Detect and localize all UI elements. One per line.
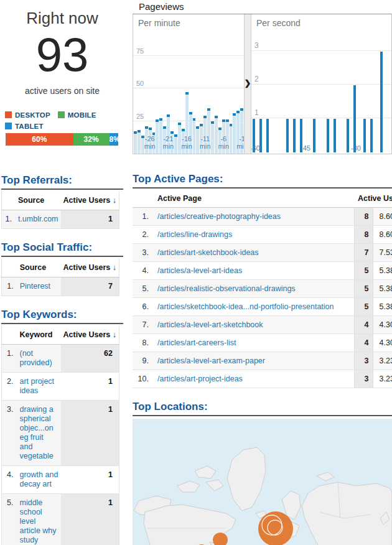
source-link[interactable]: Pinterest xyxy=(20,282,50,291)
tick-unit: sec xyxy=(251,152,261,154)
column-header-active-users[interactable]: Active Users ↓ xyxy=(354,190,392,208)
column-header-source[interactable]: Source xyxy=(16,191,61,210)
table-row: 5.middle school level article why study … xyxy=(2,494,119,545)
top-active-pages-section: Top Active Pages: Active PageActive User… xyxy=(133,173,392,388)
per-second-label: Per second xyxy=(256,18,301,28)
active-users-count: 93 xyxy=(1,31,123,78)
sort-descending-icon[interactable]: ↓ xyxy=(113,263,116,272)
table-row: 5./articles/realistic-observational-draw… xyxy=(133,280,392,298)
keyword-link[interactable]: drawing a spherical objec...on eg fruit … xyxy=(19,405,53,460)
active-users-percent-cell: 8.60% xyxy=(373,208,392,226)
table-row: 4./articles/a-level-art-ideas55.38% xyxy=(133,262,392,280)
index-header xyxy=(2,325,17,345)
sort-descending-icon[interactable]: ↓ xyxy=(113,196,116,205)
active-users-value: 1 xyxy=(61,210,119,229)
row-index: 1. xyxy=(2,210,16,229)
active-users-percent-cell: 4.30% xyxy=(373,334,392,352)
keyword-link[interactable]: (not provided) xyxy=(19,349,52,367)
column-header-active-users[interactable]: Active Users ↓ xyxy=(61,325,119,345)
active-users-count-cell: 8 xyxy=(354,208,373,226)
column-header-active-page[interactable]: Active Page xyxy=(154,190,354,208)
legend-swatch-icon xyxy=(5,123,12,129)
tick-number: -30 xyxy=(350,144,361,152)
active-users-value: 1 xyxy=(61,466,119,494)
keyword-link[interactable]: growth and decay art xyxy=(19,470,58,488)
per-minute-chart: Per minute 255075-26min-21min-16min-11mi… xyxy=(133,14,244,154)
y-axis-tick-label: 75 xyxy=(136,47,144,55)
active-page-link[interactable]: /articles/art-project-ideas xyxy=(157,375,243,383)
pageviews-minute-bar xyxy=(215,116,218,154)
chart-divider: ❯ xyxy=(244,14,251,154)
pageviews-second-bar xyxy=(266,119,269,152)
pageviews-second-bar xyxy=(380,52,383,152)
row-index: 7. xyxy=(133,316,154,334)
active-users-percent-cell: 4.30% xyxy=(373,316,392,334)
source-link[interactable]: t.umblr.com xyxy=(18,215,58,223)
expand-chart-button[interactable]: ❯ xyxy=(245,78,251,88)
row-label-cell: art project ideas xyxy=(17,373,60,401)
column-header-active-users[interactable]: Active Users ↓ xyxy=(61,258,119,277)
device-share-segment: 32% xyxy=(73,133,110,146)
active-page-link[interactable]: /articles/a-level-art-ideas xyxy=(157,266,242,275)
index-header xyxy=(2,191,16,210)
top-keywords-table: KeywordActive Users ↓1.(not provided)622… xyxy=(1,325,119,545)
column-header-keyword[interactable]: Keyword xyxy=(17,325,60,345)
row-index: 5. xyxy=(133,280,154,298)
pageviews-second-bar xyxy=(353,85,356,152)
device-legend: DESKTOPMOBILETABLET xyxy=(5,109,111,132)
active-page-link[interactable]: /articles/a-level-art-exam-paper xyxy=(157,356,265,365)
legend-item-desktop: DESKTOP xyxy=(5,110,50,120)
device-share-segment: 60% xyxy=(6,133,73,146)
pageviews-second-bar xyxy=(327,119,329,152)
active-page-link[interactable]: /articles/sketchbook-idea...nd-portfolio… xyxy=(157,302,334,311)
legend-swatch-icon xyxy=(58,111,65,118)
tick-unit: sec xyxy=(350,152,361,154)
column-header-active-users[interactable]: Active Users ↓ xyxy=(61,191,119,210)
table-row: 1.Pinterest7 xyxy=(2,277,119,296)
row-label-cell: middle school level article why study hi… xyxy=(17,494,60,545)
keyword-link[interactable]: middle school level article why study hi… xyxy=(19,498,56,545)
active-page-link[interactable]: /articles/creative-photography-ideas xyxy=(157,212,281,221)
legend-item-mobile: MOBILE xyxy=(58,110,96,120)
active-users-count-cell: 3 xyxy=(354,370,373,388)
active-users-subtitle: active users on site xyxy=(1,86,123,96)
row-label-cell: (not provided) xyxy=(17,345,60,373)
keyword-link[interactable]: art project ideas xyxy=(19,377,54,395)
column-header-source[interactable]: Source xyxy=(17,258,61,277)
pageviews-minute-bar xyxy=(211,121,214,154)
active-users-value: 1 xyxy=(61,494,119,545)
active-users-count-cell: 5 xyxy=(354,280,373,298)
active-users-count-cell: 7 xyxy=(354,244,373,262)
pageviews-second-bar xyxy=(334,119,336,152)
active-users-count-cell: 5 xyxy=(354,298,373,316)
row-index: 5. xyxy=(2,494,17,545)
x-axis-tick-label: -1min xyxy=(236,135,244,150)
row-label-cell: Pinterest xyxy=(17,277,61,296)
gridline xyxy=(133,88,244,88)
active-users-percent-cell: 5.38% xyxy=(373,298,392,316)
table-row: 6./articles/sketchbook-idea...nd-portfol… xyxy=(133,298,392,316)
active-users-value: 1 xyxy=(61,401,119,466)
tick-unit: min xyxy=(162,142,174,150)
active-page-link[interactable]: /articles/a-level-art-sketchbook xyxy=(157,320,263,329)
active-page-link[interactable]: /articles/art-sketchbook-ideas xyxy=(157,248,259,257)
top-keywords-section: Top Keywords: KeywordActive Users ↓1.(no… xyxy=(1,309,123,545)
location-bubble-western-europe[interactable] xyxy=(258,511,293,545)
active-page-link[interactable]: /articles/realistic-observational-drawin… xyxy=(157,284,296,293)
tick-unit: min xyxy=(200,142,211,150)
table-row: 9./articles/a-level-art-exam-paper33.23% xyxy=(133,352,392,370)
row-index: 10. xyxy=(133,370,154,388)
pageviews-minute-bar xyxy=(193,118,196,154)
active-users-value: 7 xyxy=(61,277,119,296)
pageviews-minute-bar xyxy=(138,130,141,154)
tick-number: -45 xyxy=(300,144,310,152)
active-page-link[interactable]: /articles/line-drawings xyxy=(157,230,232,239)
pageviews-second-bar xyxy=(286,119,289,152)
pageviews-minute-bar xyxy=(174,134,177,154)
active-page-cell: /articles/a-level-art-sketchbook xyxy=(154,316,354,334)
sort-descending-icon[interactable]: ↓ xyxy=(113,330,116,339)
table-row: 8./articles/art-careers-list44.30% xyxy=(133,334,392,352)
row-index: 8. xyxy=(133,334,154,352)
tick-number: -11 xyxy=(200,135,211,142)
active-page-link[interactable]: /articles/art-careers-list xyxy=(157,338,236,347)
